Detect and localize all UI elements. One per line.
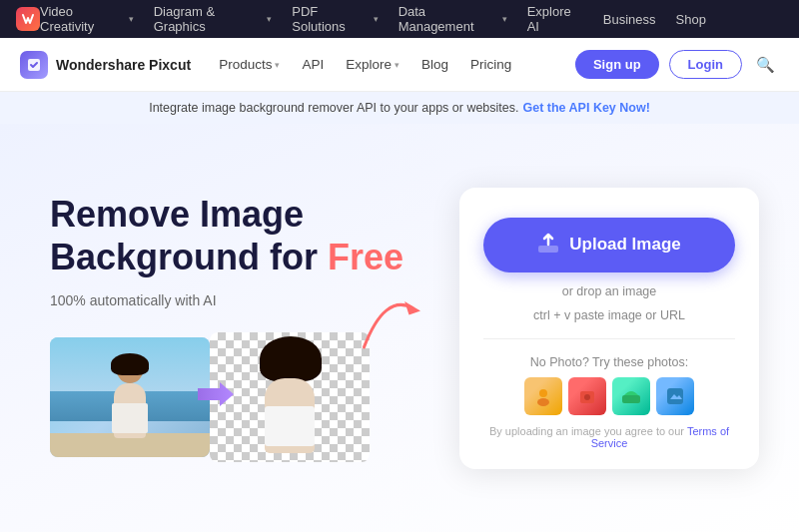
signup-button[interactable]: Sign up <box>575 50 659 79</box>
pixcut-brand[interactable]: Wondershare Pixcut <box>20 51 191 79</box>
chevron-down-icon: ▾ <box>275 60 280 70</box>
top-nav-pdf-solutions[interactable]: PDF Solutions ▾ <box>292 4 378 34</box>
top-nav-video-creativity[interactable]: Video Creativity ▾ <box>40 4 134 34</box>
hero-demo-images <box>50 332 419 462</box>
person-before-silhouette <box>95 357 165 457</box>
sample-photo-3[interactable] <box>612 377 650 415</box>
sample-photo-1[interactable] <box>524 377 562 415</box>
top-nav-links: Video Creativity ▾ Diagram & Graphics ▾ … <box>40 4 706 34</box>
no-photo-section: No Photo? Try these photos: <box>483 355 735 449</box>
search-icon: 🔍 <box>756 56 775 73</box>
sub-nav-links: Products ▾ API Explore ▾ Blog Pricing <box>209 51 575 78</box>
subnav-products[interactable]: Products ▾ <box>209 51 290 78</box>
paste-hint-text: ctrl + v paste image or URL <box>533 308 685 322</box>
svg-rect-8 <box>622 395 640 403</box>
pixcut-logo-icon <box>20 51 48 79</box>
banner-text: Integrate image background remover API t… <box>149 101 518 115</box>
hero-section: Remove Image Background for Free 100% au… <box>0 124 799 532</box>
brand-name: Wondershare Pixcut <box>56 57 191 73</box>
svg-point-4 <box>539 389 547 397</box>
svg-point-7 <box>584 394 590 400</box>
upload-panel: Upload Image or drop an image ctrl + v p… <box>459 188 759 469</box>
login-button[interactable]: Login <box>669 50 742 79</box>
sample-photos <box>483 377 735 415</box>
subnav-api[interactable]: API <box>292 51 334 78</box>
sub-navigation: Wondershare Pixcut Products ▾ API Explor… <box>0 38 799 92</box>
divider <box>483 338 735 339</box>
chevron-down-icon: ▾ <box>395 60 400 70</box>
top-nav-business[interactable]: Business <box>603 12 656 27</box>
no-photo-title: No Photo? Try these photos: <box>483 355 735 369</box>
ws-logo-icon <box>16 7 40 31</box>
svg-marker-2 <box>404 299 420 315</box>
subnav-pricing[interactable]: Pricing <box>460 51 521 78</box>
upload-icon <box>537 232 559 259</box>
person-after-silhouette <box>230 332 350 462</box>
chevron-down-icon: ▾ <box>267 14 272 24</box>
chevron-down-icon: ▾ <box>502 14 507 24</box>
sample-photo-2[interactable] <box>568 377 606 415</box>
hero-content: Remove Image Background for Free 100% au… <box>50 194 419 462</box>
upload-image-button[interactable]: Upload Image <box>483 218 735 272</box>
sub-nav-right: Sign up Login 🔍 <box>575 50 779 79</box>
search-button[interactable]: 🔍 <box>752 52 779 78</box>
top-navigation: Video Creativity ▾ Diagram & Graphics ▾ … <box>0 0 799 38</box>
svg-marker-1 <box>198 382 234 406</box>
curved-arrow-decoration <box>344 276 435 363</box>
subnav-explore[interactable]: Explore ▾ <box>336 51 409 78</box>
api-banner: Integrate image background remover API t… <box>0 92 799 124</box>
after-image <box>210 332 370 462</box>
terms-text: By uploading an image you agree to our T… <box>483 425 735 449</box>
purple-arrow-icon <box>198 382 234 412</box>
top-nav-explore-ai[interactable]: Explore AI <box>527 4 583 34</box>
top-nav-shop[interactable]: Shop <box>676 12 706 27</box>
chevron-down-icon: ▾ <box>374 14 379 24</box>
subnav-blog[interactable]: Blog <box>411 51 458 78</box>
banner-cta-link[interactable]: Get the API Key Now! <box>523 101 650 115</box>
top-nav-diagram-graphics[interactable]: Diagram & Graphics ▾ <box>154 4 273 34</box>
or-drop-text: or drop an image <box>562 284 657 298</box>
before-image <box>50 337 210 457</box>
wondershare-logo[interactable] <box>16 7 40 31</box>
svg-point-5 <box>537 398 549 406</box>
top-nav-data-management[interactable]: Data Management ▾ <box>399 4 507 34</box>
sample-photo-4[interactable] <box>656 377 694 415</box>
svg-rect-3 <box>538 246 558 253</box>
hero-title: Remove Image Background for Free <box>50 194 419 278</box>
chevron-down-icon: ▾ <box>129 14 134 24</box>
